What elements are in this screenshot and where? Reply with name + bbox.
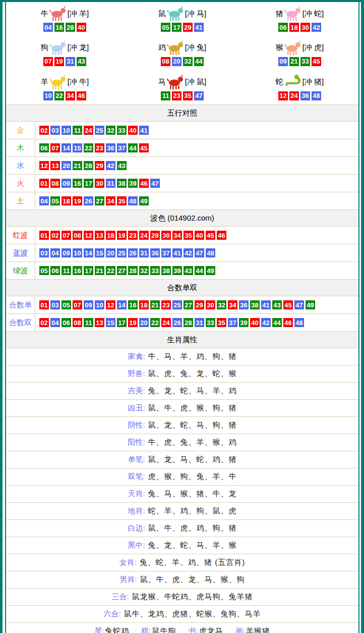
number-ball: 11 (73, 126, 82, 135)
number-ball: 38 (250, 300, 260, 309)
attr-row-yin: 阴性:鼠、龙、蛇、马、狗、猪 (6, 417, 358, 434)
number-ball: 04 (39, 196, 49, 205)
number-ball: 23 (161, 300, 171, 309)
wuxing-row-gold: 金 02031011242532334041 (6, 122, 358, 139)
number-ball: 47 (294, 300, 304, 309)
attr-value: 鼠龙猴、牛蛇鸡、虎马狗、兔羊猪 (132, 592, 253, 602)
zodiac-name: 马 (158, 77, 166, 87)
attr-label: 单笔: (128, 455, 145, 464)
number-ball: 11 (84, 318, 93, 327)
number-ball: 22 (106, 266, 115, 275)
attr-value: 鼠牛狗、 (152, 626, 185, 633)
number-ball: 10 (95, 300, 104, 309)
section-title-heshu: 合数单双 (6, 280, 358, 296)
section-title-bose: 波色 (014902.com) (6, 210, 358, 227)
number-ball: 09 (278, 57, 288, 66)
number-ball: 43 (77, 57, 86, 66)
number-ball: 44 (194, 57, 204, 66)
number-ball: 19 (54, 57, 64, 66)
number-ball: 04 (43, 23, 53, 32)
number-ball: 39 (172, 266, 182, 275)
number-ball: 48 (294, 318, 304, 327)
number-ball: 08 (73, 231, 82, 240)
number-ball: 42 (106, 161, 115, 170)
number-ball: 40 (128, 126, 138, 135)
number-ball: 48 (128, 196, 138, 205)
zodiac-clash: [冲 虎] (302, 43, 324, 52)
page-border-right (361, 0, 364, 633)
number-ball: 07 (43, 57, 53, 66)
number-ball: 13 (95, 318, 104, 327)
attr-label: 六合: (103, 609, 120, 619)
number-ball: 41 (139, 126, 149, 135)
number-ball: 41 (172, 248, 182, 257)
number-ball: 29 (183, 23, 193, 32)
zodiac-cell-rat: 鼠 [冲 马] 05172941 (124, 2, 241, 36)
content-area: 牛 [冲 羊] 04162840 鼠 [冲 马] 05172941 猪 [ (6, 2, 358, 633)
number-ball: 10 (62, 126, 71, 135)
attr-label: 阳性: (128, 438, 145, 447)
number-ball: 48 (312, 91, 321, 100)
number-ball: 02 (39, 318, 49, 327)
number-ball: 42 (312, 23, 321, 32)
number-ball: 13 (50, 161, 60, 170)
number-ball: 39 (128, 179, 138, 188)
number-ball: 32 (183, 57, 193, 66)
number-ball: 36 (239, 300, 249, 309)
wuxing-row-wood: 木 06071415222336374445 (6, 139, 358, 157)
number-ball: 28 (128, 266, 138, 275)
number-ball: 24 (84, 126, 93, 135)
number-ball: 40 (195, 231, 204, 240)
number-ball: 12 (106, 300, 115, 309)
attr-value: 鼠、牛、虎、鸡、狗、猪 (148, 523, 237, 533)
attr-label: 琴: (94, 626, 104, 633)
number-ball: 24 (161, 318, 171, 327)
number-ball: 25 (95, 126, 104, 135)
attr-value: 鼠、牛、虎、龙、马、猴、狗 (140, 575, 245, 585)
number-ball: 20 (62, 161, 71, 170)
attr-value: 虎、猴、狗、兔、羊、牛 (148, 472, 237, 482)
attr-label: 棋: (141, 626, 151, 633)
number-ball: 17 (84, 179, 93, 188)
number-ball: 33 (150, 266, 160, 275)
attr-label: 书: (189, 626, 198, 633)
row-label: 合数单 (6, 296, 35, 313)
attr-row-yang: 阳性:牛、虎、兔、羊、猴、鸡 (6, 434, 358, 451)
attr-row-unlucky: 凶丑:鼠、牛、虎、猴、狗、猪 (6, 400, 358, 417)
number-list: 04051819262734354849 (35, 192, 149, 209)
number-ball: 05 (161, 23, 170, 32)
number-ball: 49 (306, 300, 315, 309)
number-ball: 19 (73, 196, 82, 205)
number-ball: 29 (95, 161, 104, 170)
attr-value: 鼠、虎、兔、龙、蛇、猴 (148, 369, 237, 379)
number-ball: 30 (206, 300, 215, 309)
wuxing-row-earth: 土 04051819262734354849 (6, 192, 358, 210)
attr-label: 女肖: (119, 558, 137, 567)
number-ball: 35 (183, 91, 193, 100)
number-ball: 34 (172, 231, 182, 240)
number-ball: 44 (195, 266, 204, 275)
attr-value: 鼠、龙、马、蛇、鸡、猪 (148, 455, 237, 464)
bose-row-green: 绿波 05061116172122272832333839434449 (6, 262, 358, 280)
zodiac-grid: 牛 [冲 羊] 04162840 鼠 [冲 马] 05172941 猪 [ (6, 2, 358, 105)
dog-image (49, 40, 67, 56)
number-ball: 36 (150, 248, 160, 257)
attr-row-domestic: 家禽:牛、马、羊、鸡、狗、猪 (6, 348, 358, 365)
number-ball: 17 (172, 23, 181, 32)
number-ball: 27 (184, 300, 193, 309)
number-ball: 40 (250, 318, 260, 327)
zodiac-numbers: 09213345 (278, 57, 321, 66)
row-label: 合数双 (6, 314, 35, 331)
zodiac-cell-dog: 狗 [冲 龙] 07193143 (6, 36, 124, 71)
attr-row-earth: 地肖:蛇、羊、鸡、狗、鼠、虎 (6, 503, 358, 520)
number-ball: 26 (172, 318, 182, 327)
number-list: 0103050709101214161821232527293032343638… (35, 296, 315, 313)
row-label: 火 (6, 175, 35, 192)
row-label: 土 (6, 192, 35, 209)
number-ball: 41 (261, 300, 271, 309)
attr-label: 吉美: (128, 386, 145, 396)
row-label: 红波 (6, 227, 35, 244)
qi-segment: 棋:鼠牛狗、 (141, 626, 184, 633)
number-ball: 24 (289, 91, 299, 100)
number-ball: 02 (50, 231, 60, 240)
